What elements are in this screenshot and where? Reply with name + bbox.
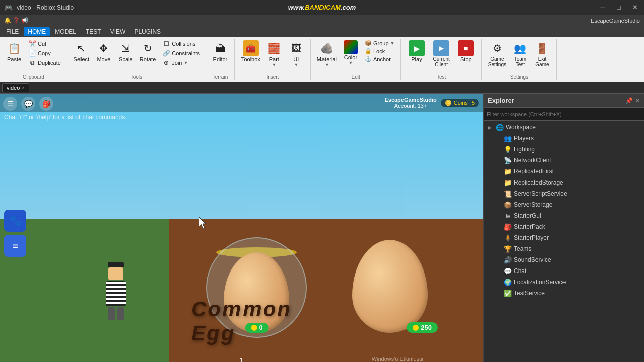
menu-model[interactable]: MODEL bbox=[51, 27, 80, 36]
part-icon: 🧱 bbox=[266, 40, 282, 56]
paw-tool-button[interactable]: 🐾 bbox=[4, 210, 26, 232]
tree-icon: 🧍 bbox=[504, 234, 512, 242]
explorer-tree-item-starterpack[interactable]: 🎒 StarterPack bbox=[484, 221, 644, 232]
color-dropdown[interactable]: ▼ bbox=[349, 60, 353, 65]
anchor-icon: ⚓ bbox=[365, 56, 372, 62]
copy-button[interactable]: 📄 Copy bbox=[26, 49, 63, 58]
move-button[interactable]: ✥ Move bbox=[94, 39, 114, 63]
stop-button[interactable]: ■ Stop bbox=[455, 39, 477, 63]
explorer-tree-item-soundservice[interactable]: 🔊 SoundService bbox=[484, 254, 644, 265]
material-dropdown[interactable]: ▼ bbox=[325, 62, 329, 67]
tree-label: ServerScriptService bbox=[514, 190, 640, 197]
current-client-icon: ▶ bbox=[433, 40, 449, 56]
edit-label: Edit bbox=[315, 72, 397, 80]
group-button[interactable]: 📦 Group ▼ bbox=[363, 39, 397, 47]
duplicate-button[interactable]: ⧉ Duplicate bbox=[26, 58, 63, 67]
player-character bbox=[101, 262, 131, 313]
explorer-tree-item-testservice[interactable]: ✅ TestService bbox=[484, 288, 644, 299]
explorer-tree-item-serverscriptservice[interactable]: 📜 ServerScriptService bbox=[484, 188, 644, 199]
game-settings-button[interactable]: ⚙ GameSettings bbox=[486, 39, 508, 68]
material-button[interactable]: 🪨 Material ▼ bbox=[315, 39, 339, 68]
toolbox-button[interactable]: 🧰 Toolbox bbox=[239, 39, 262, 63]
tool-number: 1 bbox=[240, 357, 244, 362]
explorer-tree-item-lighting[interactable]: 💡 Lighting bbox=[484, 144, 644, 155]
explorer-pin-button[interactable]: 📌 bbox=[625, 97, 633, 104]
ribbon-tools-group: ↖ Select ✥ Move ⇲ Scale ↻ Rotate ☐ Colli… bbox=[67, 39, 206, 80]
tree-label: LocalizationService bbox=[514, 279, 640, 286]
anchor-button[interactable]: ⚓ Anchor bbox=[363, 55, 397, 63]
collisions-icon: ☐ bbox=[162, 40, 170, 48]
editor-button[interactable]: 🏔 Editor bbox=[210, 39, 230, 63]
ui-button[interactable]: 🖼 UI ▼ bbox=[286, 39, 306, 68]
copy-icon: 📄 bbox=[28, 49, 36, 57]
stop-icon: ■ bbox=[458, 40, 474, 56]
ribbon-settings-group: ⚙ GameSettings 👥 TeamTest 🚪 ExitGame Set… bbox=[482, 39, 557, 80]
explorer-tree-item-networkclient[interactable]: 📡 NetworkClient bbox=[484, 155, 644, 166]
current-client-button[interactable]: ▶ CurrentClient bbox=[430, 39, 452, 68]
select-button[interactable]: ↖ Select bbox=[71, 39, 92, 63]
scale-button[interactable]: ⇲ Scale bbox=[116, 39, 136, 63]
join-button[interactable]: ⊕ Join ▼ bbox=[160, 58, 202, 67]
color-button[interactable]: Color ▼ bbox=[341, 39, 361, 66]
explorer-tree-item-replicatedfirst[interactable]: 📁 ReplicatedFirst bbox=[484, 166, 644, 177]
menu-test[interactable]: TEST bbox=[82, 27, 105, 36]
chat-hud-button[interactable]: 💬 bbox=[21, 97, 35, 111]
list-tool-button[interactable]: ≡ bbox=[4, 235, 26, 257]
explorer-tree-item-serverstorage[interactable]: 📦 ServerStorage bbox=[484, 199, 644, 210]
duplicate-icon: ⧉ bbox=[28, 59, 36, 67]
constraints-button[interactable]: 🔗 Constraints bbox=[160, 49, 202, 58]
explorer-tree-item-replicatedstorage[interactable]: 📁 ReplicatedStorage bbox=[484, 177, 644, 188]
menu-view[interactable]: VIEW bbox=[106, 27, 130, 36]
lock-button[interactable]: 🔒 Lock bbox=[363, 47, 397, 55]
explorer-tree-item-startergui[interactable]: 🖥 StarterGui bbox=[484, 210, 644, 221]
play-button[interactable]: ▶ Play bbox=[405, 39, 428, 63]
menu-home[interactable]: HOME bbox=[24, 27, 50, 36]
collisions-button[interactable]: ☐ Collisions bbox=[160, 39, 202, 48]
explorer-search-input[interactable] bbox=[484, 108, 644, 121]
group-dropdown[interactable]: ▼ bbox=[390, 41, 395, 46]
explorer-close-button[interactable]: ✕ bbox=[635, 97, 640, 104]
toolbox-icon: 🧰 bbox=[243, 40, 259, 56]
menu-file[interactable]: FILE bbox=[2, 27, 23, 36]
menu-plugins[interactable]: PLUGINS bbox=[130, 27, 165, 36]
team-test-button[interactable]: 👥 TeamTest bbox=[510, 39, 530, 68]
exit-game-button[interactable]: 🚪 ExitGame bbox=[532, 39, 552, 68]
join-dropdown[interactable]: ▼ bbox=[183, 60, 188, 65]
tab-name: video bbox=[7, 85, 20, 91]
menu-hud-button[interactable]: ☰ bbox=[3, 97, 17, 111]
tree-icon: 📡 bbox=[504, 157, 512, 164]
explorer-tree-item-workspace[interactable]: ▶ 🌐 Workspace bbox=[484, 122, 644, 133]
char-legs bbox=[101, 307, 131, 320]
notification-icons: 🔔 ❓ 📢 bbox=[4, 17, 28, 24]
part-dropdown[interactable]: ▼ bbox=[272, 62, 276, 67]
maximize-button[interactable]: □ bbox=[614, 4, 624, 11]
test-items: ▶ Play ▶ CurrentClient ■ Stop bbox=[405, 39, 477, 72]
paste-button[interactable]: 📋 Paste bbox=[4, 39, 24, 63]
tree-label: TestService bbox=[514, 290, 640, 297]
explorer-tree-item-teams[interactable]: 🏆 Teams bbox=[484, 243, 644, 254]
explorer-tree-item-localizationservice[interactable]: 🌍 LocalizationService bbox=[484, 277, 644, 288]
tab-close-button[interactable]: × bbox=[22, 85, 25, 91]
video-tab[interactable]: video × bbox=[2, 83, 29, 92]
explorer-tree-item-players[interactable]: 👥 Players bbox=[484, 133, 644, 144]
coins-value: 5 bbox=[472, 100, 475, 106]
viewport[interactable]: ☰ 💬 🎒 EscapeGameStudio Account: 13+ 🪙 Co… bbox=[0, 94, 483, 362]
ui-dropdown[interactable]: ▼ bbox=[294, 62, 298, 67]
part-button[interactable]: 🧱 Part ▼ bbox=[264, 39, 284, 68]
coins-label: Coins bbox=[454, 100, 468, 106]
tool-label-area: 1 Tool bbox=[236, 357, 247, 362]
cut-button[interactable]: ✂️ Cut bbox=[26, 39, 63, 48]
explorer-tree-item-starterplayer[interactable]: 🧍 StarterPlayer bbox=[484, 232, 644, 243]
rotate-icon: ↻ bbox=[140, 40, 156, 56]
titlebar-title: video - Roblox Studio bbox=[17, 4, 74, 11]
tree-label: Lighting bbox=[514, 146, 640, 153]
coins-icon: 🪙 bbox=[445, 100, 452, 106]
explorer-tree-item-chat[interactable]: 💬 Chat bbox=[484, 265, 644, 277]
tabbar: video × bbox=[0, 82, 644, 94]
tree-label: Players bbox=[514, 135, 640, 142]
inventory-hud-button[interactable]: 🎒 bbox=[39, 97, 53, 111]
tree-label: ReplicatedStorage bbox=[514, 179, 640, 186]
close-button[interactable]: ✕ bbox=[630, 4, 640, 11]
minimize-button[interactable]: ─ bbox=[598, 4, 608, 11]
rotate-button[interactable]: ↻ Rotate bbox=[138, 39, 158, 63]
